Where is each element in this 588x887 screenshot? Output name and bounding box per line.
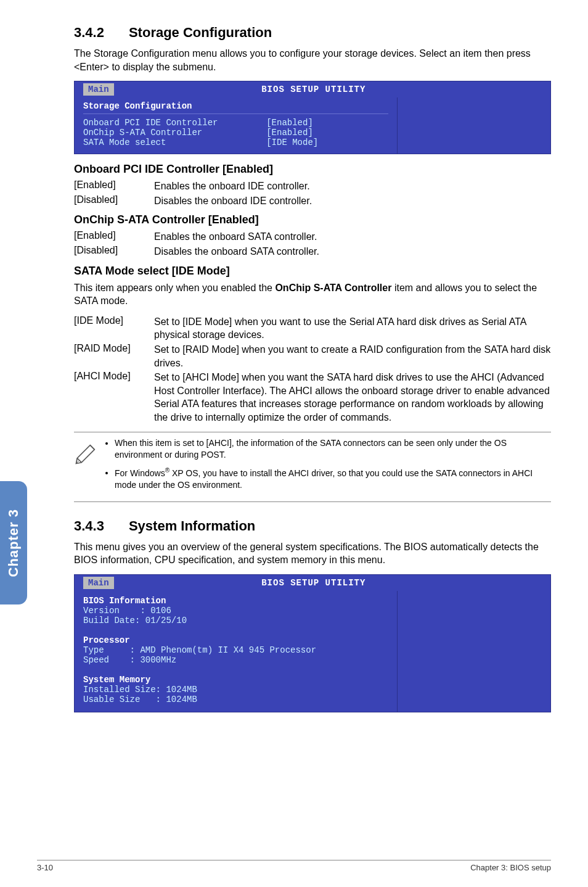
section-number: 3.4.3 — [74, 518, 104, 534]
option-row: [RAID Mode] Set to [RAID Mode] when you … — [74, 343, 551, 371]
option-val: Set to [AHCI Mode] when you want the SAT… — [154, 371, 551, 425]
section-title: System Information — [129, 518, 255, 534]
bios-tab-main: Main — [83, 577, 114, 589]
heading-343: 3.4.3 System Information — [74, 518, 551, 534]
bios-line: Type : AMD Phenom(tm) II X4 945 Processo… — [83, 645, 388, 655]
option-row: [Disabled] Disables the onboard IDE cont… — [74, 194, 551, 209]
option-val: Disables the onboard SATA controller. — [154, 245, 551, 260]
satamode-intro: This item appears only when you enabled … — [74, 281, 551, 308]
option-val: Enables the onboard IDE controller. — [154, 179, 551, 194]
option-key: [AHCI Mode] — [74, 371, 154, 425]
bios-system-info-box: Main BIOS SETUP UTILITY BIOS Information… — [74, 574, 551, 712]
bios-titlebar: Main BIOS SETUP UTILITY — [75, 575, 550, 591]
text: This item appears only when you enabled … — [74, 283, 275, 293]
option-val: Set to [RAID Mode] when you want to crea… — [154, 343, 551, 371]
bios-right-panel — [398, 591, 550, 712]
bios-line: Processor — [83, 635, 388, 645]
bios-line: Installed Size: 1024MB — [83, 685, 388, 695]
text-bold: OnChip S-ATA Controller — [275, 283, 391, 293]
bios-storage-config-box: Main BIOS SETUP UTILITY Storage Configur… — [74, 81, 551, 154]
option-row: [Enabled] Enables the onboard IDE contro… — [74, 179, 551, 194]
bios-tab-main: Main — [83, 83, 114, 96]
bios-left-panel: Storage Configuration Onboard PCI IDE Co… — [75, 97, 398, 154]
note-box: When this item is set to [AHCI], the inf… — [74, 432, 551, 502]
bios-line: BIOS Information — [83, 596, 388, 606]
option-key: [IDE Mode] — [74, 315, 154, 343]
note-item: When this item is set to [AHCI], the inf… — [115, 437, 551, 461]
bios-row-val: [Enabled] — [266, 118, 388, 128]
bios-row-key: Onboard PCI IDE Controller — [83, 118, 266, 128]
subheading-onboard: Onboard PCI IDE Controller [Enabled] — [74, 163, 551, 176]
bios-title: BIOS SETUP UTILITY — [114, 578, 513, 588]
bios-row: SATA Mode select [IDE Mode] — [83, 138, 388, 147]
option-val: Set to [IDE Mode] when you want to use t… — [154, 315, 551, 343]
bios-row-val: [Enabled] — [266, 128, 388, 138]
option-key: [Enabled] — [74, 230, 154, 245]
option-key: [Enabled] — [74, 179, 154, 194]
bios-row-val: [IDE Mode] — [266, 138, 388, 147]
bios-line: Usable Size : 1024MB — [83, 695, 388, 704]
bios-row: Onboard PCI IDE Controller [Enabled] — [83, 118, 388, 128]
text-sup: ® — [165, 467, 169, 474]
bios-line: Speed : 3000MHz — [83, 655, 388, 665]
section-343-intro: This menu gives you an overview of the g… — [74, 540, 551, 567]
bios-row: OnChip S-ATA Controller [Enabled] — [83, 128, 388, 138]
bios-row-key: OnChip S-ATA Controller — [83, 128, 266, 138]
option-val: Enables the onboard SATA controller. — [154, 230, 551, 245]
text: XP OS, you have to install the AHCI driv… — [115, 468, 533, 490]
bios-line: Build Date: 01/25/10 — [83, 616, 388, 625]
text: For Windows — [115, 468, 165, 477]
bios-left-panel: BIOS Information Version : 0106 Build Da… — [75, 591, 398, 712]
section-number: 3.4.2 — [74, 25, 104, 41]
option-row: [AHCI Mode] Set to [AHCI Mode] when you … — [74, 371, 551, 425]
option-key: [Disabled] — [74, 194, 154, 209]
bios-row-key: SATA Mode select — [83, 138, 266, 147]
bios-title: BIOS SETUP UTILITY — [114, 85, 513, 94]
page-footer: 3-10 Chapter 3: BIOS setup — [37, 860, 551, 872]
pencil-icon — [74, 437, 104, 468]
footer-page-number: 3-10 — [37, 863, 53, 872]
option-row: [Enabled] Enables the onboard SATA contr… — [74, 230, 551, 245]
option-row: [IDE Mode] Set to [IDE Mode] when you wa… — [74, 315, 551, 343]
heading-342: 3.4.2 Storage Configuration — [74, 25, 551, 41]
footer-chapter: Chapter 3: BIOS setup — [470, 863, 551, 872]
bios-right-panel — [398, 97, 550, 154]
option-val: Disables the onboard IDE controller. — [154, 194, 551, 209]
subheading-onchip: OnChip S-ATA Controller [Enabled] — [74, 213, 551, 226]
bios-titlebar: Main BIOS SETUP UTILITY — [75, 81, 550, 97]
note-item: For Windows® XP OS, you have to install … — [115, 466, 551, 492]
section-342-intro: The Storage Configuration menu allows yo… — [74, 47, 551, 73]
section-title: Storage Configuration — [129, 25, 272, 41]
option-key: [Disabled] — [74, 245, 154, 260]
bios-subheading: Storage Configuration — [83, 101, 388, 114]
bios-line: Version : 0106 — [83, 606, 388, 616]
subheading-satamode: SATA Mode select [IDE Mode] — [74, 265, 551, 278]
option-key: [RAID Mode] — [74, 343, 154, 371]
option-row: [Disabled] Disables the onboard SATA con… — [74, 245, 551, 260]
bios-line: System Memory — [83, 675, 388, 685]
